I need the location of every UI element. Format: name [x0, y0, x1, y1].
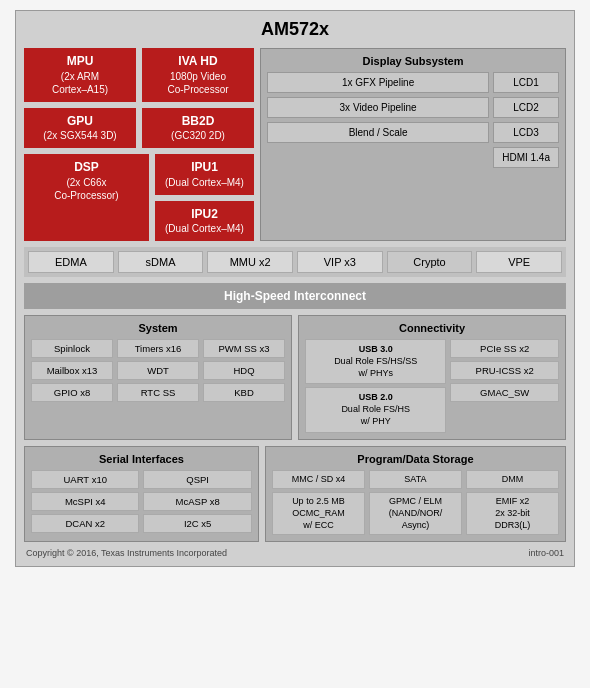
- display-gfx: 1x GFX Pipeline: [267, 72, 489, 93]
- gpu-sub: (2x SGX544 3D): [32, 129, 128, 142]
- gpmc-l3: Async): [402, 520, 430, 530]
- display-lcd3: LCD3: [493, 122, 559, 143]
- system-box: System Spinlock Mailbox x13 GPIO x8 Time…: [24, 315, 292, 439]
- pru-box: PRU-ICSS x2: [450, 361, 559, 380]
- lower-section: Serial Interfaces UART x10 McSPI x4 DCAN…: [24, 446, 566, 543]
- display-lcd1: LCD1: [493, 72, 559, 93]
- ipu-stack: IPU1 (Dual Cortex–M4) IPU2 (Dual Cortex–…: [155, 154, 254, 241]
- display-lcd2: LCD2: [493, 97, 559, 118]
- system-grid: Spinlock Mailbox x13 GPIO x8 Timers x16 …: [31, 339, 285, 402]
- ocmc-l1: Up to 2.5 MB: [292, 496, 345, 506]
- dsp-sub: (2x C66xCo-Processor): [32, 176, 141, 202]
- usb20-title: USB 2.0: [359, 392, 393, 402]
- serial-col1: UART x10 McSPI x4 DCAN x2: [31, 470, 139, 533]
- main-diagram: AM572x MPU (2x ARMCortex–A15) IVA HD 108…: [15, 10, 575, 567]
- ref-text: intro-001: [528, 548, 564, 558]
- sys-col3: PWM SS x3 HDQ KBD: [203, 339, 285, 402]
- mcspi-box: McSPI x4: [31, 492, 139, 511]
- ipu2-sub: (Dual Cortex–M4): [163, 222, 246, 235]
- ipu2-block: IPU2 (Dual Cortex–M4): [155, 201, 254, 242]
- sata-box: SATA: [369, 470, 462, 490]
- bb2d-title: BB2D: [150, 114, 246, 130]
- bb2d-sub: (GC320 2D): [150, 129, 246, 142]
- row-mpu-iva: MPU (2x ARMCortex–A15) IVA HD 1080p Vide…: [24, 48, 254, 102]
- sys-mailbox: Mailbox x13: [31, 361, 113, 380]
- display-video: 3x Video Pipeline: [267, 97, 489, 118]
- peri-vip: VIP x3: [297, 251, 383, 273]
- usb20-box: USB 2.0 Dual Role FS/HS w/ PHY: [305, 387, 446, 432]
- display-hdmi: HDMI 1.4a: [493, 147, 559, 168]
- mpu-title: MPU: [32, 54, 128, 70]
- gpu-block: GPU (2x SGX544 3D): [24, 108, 136, 149]
- usb30-sub1: Dual Role FS/HS/SS: [334, 356, 417, 366]
- sys-col1: Spinlock Mailbox x13 GPIO x8: [31, 339, 113, 402]
- ocmc-l2: OCMC_RAM: [292, 508, 345, 518]
- display-blend: Blend / Scale: [267, 122, 489, 143]
- peri-vpe: VPE: [476, 251, 562, 273]
- serial-title: Serial Interfaces: [31, 453, 252, 465]
- system-title: System: [31, 322, 285, 334]
- peripheral-bar: EDMA sDMA MMU x2 VIP x3 Crypto VPE: [24, 247, 566, 277]
- dmm-box: DMM: [466, 470, 559, 490]
- emif-l3: DDR3(L): [495, 520, 531, 530]
- uart-box: UART x10: [31, 470, 139, 489]
- top-section: MPU (2x ARMCortex–A15) IVA HD 1080p Vide…: [24, 48, 566, 241]
- storage-top: MMC / SD x4 SATA DMM: [272, 470, 559, 490]
- peri-mmu: MMU x2: [207, 251, 293, 273]
- iva-sub: 1080p VideoCo-Processor: [150, 70, 246, 96]
- sys-kbd: KBD: [203, 383, 285, 402]
- ocmc-l3: w/ ECC: [303, 520, 334, 530]
- conn-right: PCIe SS x2 PRU-ICSS x2 GMAC_SW: [450, 339, 559, 432]
- gmac-box: GMAC_SW: [450, 383, 559, 402]
- mcasp-box: McASP x8: [143, 492, 251, 511]
- emif-box: EMIF x2 2x 32-bit DDR3(L): [466, 492, 559, 535]
- i2c-box: I2C x5: [143, 514, 251, 533]
- gpu-title: GPU: [32, 114, 128, 130]
- peri-edma: EDMA: [28, 251, 114, 273]
- usb20-sub2: w/ PHY: [361, 416, 391, 426]
- display-left: 1x GFX Pipeline 3x Video Pipeline Blend …: [267, 72, 489, 168]
- ipu1-block: IPU1 (Dual Cortex–M4): [155, 154, 254, 195]
- row-gpu-bb2d: GPU (2x SGX544 3D) BB2D (GC320 2D): [24, 108, 254, 149]
- ipu1-title: IPU1: [163, 160, 246, 176]
- emif-l2: 2x 32-bit: [495, 508, 530, 518]
- usb30-box: USB 3.0 Dual Role FS/HS/SS w/ PHYs: [305, 339, 446, 384]
- page-title: AM572x: [24, 19, 566, 40]
- mpu-sub: (2x ARMCortex–A15): [32, 70, 128, 96]
- serial-col2: QSPI McASP x8 I2C x5: [143, 470, 251, 533]
- sys-timers: Timers x16: [117, 339, 199, 358]
- gpmc-box: GPMC / ELM (NAND/NOR/ Async): [369, 492, 462, 535]
- mmc-box: MMC / SD x4: [272, 470, 365, 490]
- usb20-sub1: Dual Role FS/HS: [341, 404, 410, 414]
- display-right: LCD1 LCD2 LCD3 HDMI 1.4a: [493, 72, 559, 168]
- gpmc-l2: (NAND/NOR/: [389, 508, 443, 518]
- sys-gpio: GPIO x8: [31, 383, 113, 402]
- ocmc-box: Up to 2.5 MB OCMC_RAM w/ ECC: [272, 492, 365, 535]
- display-subsystem: Display Subsystem 1x GFX Pipeline 3x Vid…: [260, 48, 566, 241]
- dsp-title: DSP: [32, 160, 141, 176]
- left-blocks: MPU (2x ARMCortex–A15) IVA HD 1080p Vide…: [24, 48, 254, 241]
- conn-inner: USB 3.0 Dual Role FS/HS/SS w/ PHYs USB 2…: [305, 339, 559, 432]
- gpmc-l1: GPMC / ELM: [389, 496, 442, 506]
- mpu-block: MPU (2x ARMCortex–A15): [24, 48, 136, 102]
- emif-l1: EMIF x2: [496, 496, 530, 506]
- row-dsp-ipu: DSP (2x C66xCo-Processor) IPU1 (Dual Cor…: [24, 154, 254, 241]
- usb30-title: USB 3.0: [359, 344, 393, 354]
- connectivity-title: Connectivity: [305, 322, 559, 334]
- conn-left: USB 3.0 Dual Role FS/HS/SS w/ PHYs USB 2…: [305, 339, 446, 432]
- sys-spinlock: Spinlock: [31, 339, 113, 358]
- storage-title: Program/Data Storage: [272, 453, 559, 465]
- serial-box: Serial Interfaces UART x10 McSPI x4 DCAN…: [24, 446, 259, 543]
- iva-title: IVA HD: [150, 54, 246, 70]
- iva-block: IVA HD 1080p VideoCo-Processor: [142, 48, 254, 102]
- sys-rtc: RTC SS: [117, 383, 199, 402]
- dsp-block: DSP (2x C66xCo-Processor): [24, 154, 149, 241]
- bb2d-block: BB2D (GC320 2D): [142, 108, 254, 149]
- storage-bottom: Up to 2.5 MB OCMC_RAM w/ ECC GPMC / ELM …: [272, 492, 559, 535]
- dcan-box: DCAN x2: [31, 514, 139, 533]
- connectivity-box: Connectivity USB 3.0 Dual Role FS/HS/SS …: [298, 315, 566, 439]
- pcie-box: PCIe SS x2: [450, 339, 559, 358]
- ipu2-title: IPU2: [163, 207, 246, 223]
- peri-sdma: sDMA: [118, 251, 204, 273]
- sys-hdq: HDQ: [203, 361, 285, 380]
